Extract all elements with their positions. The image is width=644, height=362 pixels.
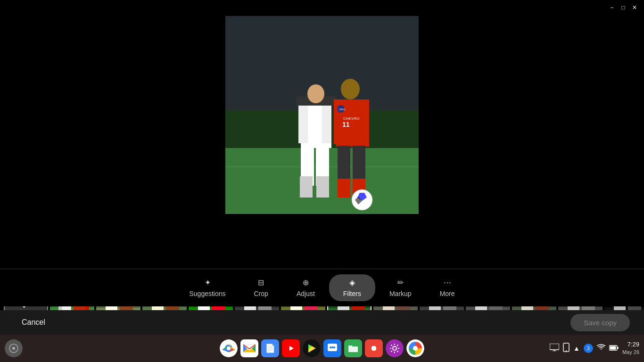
svg-rect-106	[617, 347, 619, 349]
filters-label: Filters	[343, 290, 361, 297]
screen-icon[interactable]	[550, 344, 559, 353]
crop-icon: ⊟	[258, 278, 264, 287]
more-label: More	[440, 290, 455, 297]
chat-icon	[327, 343, 338, 354]
taskbar-app-playstore[interactable]	[303, 339, 321, 357]
svg-rect-18	[353, 146, 365, 179]
crop-label: Crop	[254, 290, 268, 297]
svg-point-97	[393, 346, 396, 350]
filter-section: ✓ None Vivid	[0, 284, 644, 335]
suggestions-icon: ✦	[205, 278, 211, 287]
toolbar: ✦ Suggestions ⊟ Crop ⊕ Adjust ◈ Filters …	[0, 269, 644, 306]
taskbar-system-tray: ▲ 3 7:29 May 26	[550, 341, 639, 355]
datetime-display[interactable]: 7:29 May 26	[622, 341, 639, 355]
more-icon: ⋯	[444, 278, 451, 287]
files-icon	[348, 344, 358, 353]
svg-rect-22	[316, 176, 329, 197]
titlebar: − □ ✕	[603, 0, 644, 15]
toolbar-markup[interactable]: ✏ Markup	[375, 274, 426, 301]
svg-point-94	[330, 346, 331, 348]
taskbar-app-settings[interactable]	[386, 339, 404, 357]
svg-rect-8	[298, 106, 308, 143]
svg-point-95	[331, 346, 333, 348]
svg-point-6	[307, 84, 324, 103]
taskbar-app-youtube[interactable]	[282, 339, 300, 357]
settings-icon	[389, 343, 400, 354]
svg-rect-16	[360, 99, 369, 144]
taskbar-app-gmail[interactable]	[240, 339, 258, 357]
taskbar-app-chrome[interactable]	[220, 339, 238, 357]
taskbar-app-chat[interactable]	[323, 339, 341, 357]
gmail-icon	[243, 344, 256, 353]
toolbar-more[interactable]: ⋯ More	[426, 274, 469, 301]
battery-icon[interactable]	[609, 344, 619, 353]
launcher-icon	[9, 344, 18, 353]
cancel-button[interactable]: Cancel	[14, 314, 53, 330]
docs-icon: 📄	[265, 343, 275, 354]
svg-rect-107	[610, 346, 616, 350]
time-display: 7:29	[622, 341, 639, 349]
notification-count[interactable]: 3	[584, 344, 593, 353]
main-image-area: CHEVROLET 11 UEFA	[0, 0, 644, 230]
main-photo: CHEVROLET 11 UEFA	[225, 16, 419, 214]
markup-label: Markup	[389, 290, 412, 297]
taskbar-launcher[interactable]	[5, 339, 23, 357]
photo-content: CHEVROLET 11 UEFA	[225, 16, 419, 214]
taskbar: 📄	[0, 335, 644, 362]
svg-point-82	[12, 347, 15, 350]
toolbar-adjust[interactable]: ⊕ Adjust	[282, 274, 329, 301]
svg-point-12	[341, 79, 360, 99]
taskbar-apps: 📄	[220, 339, 424, 357]
toolbar-filters[interactable]: ◈ Filters	[329, 274, 375, 301]
taskbar-app-docs[interactable]: 📄	[261, 339, 279, 357]
svg-rect-19	[338, 179, 350, 197]
toolbar-suggestions[interactable]: ✦ Suggestions	[175, 274, 239, 301]
youtube-icon	[285, 344, 297, 353]
arrow-up-icon[interactable]: ▲	[573, 345, 580, 352]
adjust-label: Adjust	[297, 290, 315, 297]
date-display: May 26	[622, 349, 639, 355]
maximize-button[interactable]: □	[619, 4, 627, 11]
minimize-button[interactable]: −	[608, 4, 616, 11]
svg-rect-17	[338, 146, 350, 179]
adjust-icon: ⊕	[303, 278, 309, 287]
taskbar-app-screenrecord[interactable]: ⏺	[365, 339, 383, 357]
action-bar: Cancel Save copy	[0, 310, 644, 335]
markup-icon: ✏	[397, 278, 404, 287]
svg-point-96	[333, 346, 335, 348]
svg-text:UEFA: UEFA	[339, 108, 346, 111]
taskbar-app-files[interactable]	[344, 339, 362, 357]
save-copy-button[interactable]: Save copy	[570, 314, 630, 331]
svg-rect-100	[550, 344, 559, 350]
wifi-icon[interactable]	[597, 344, 605, 353]
filters-icon: ◈	[349, 278, 355, 287]
taskbar-app-photos[interactable]	[406, 339, 424, 357]
suggestions-label: Suggestions	[189, 290, 225, 297]
phone-icon[interactable]	[563, 343, 570, 354]
svg-rect-21	[300, 176, 313, 197]
close-button[interactable]: ✕	[631, 4, 638, 11]
toolbar-crop[interactable]: ⊟ Crop	[240, 274, 282, 301]
svg-text:11: 11	[342, 121, 350, 128]
svg-rect-9	[322, 106, 331, 143]
svg-point-104	[566, 350, 567, 351]
screenrecord-icon: ⏺	[370, 344, 378, 353]
svg-point-99	[413, 346, 418, 351]
svg-point-87	[227, 346, 231, 350]
